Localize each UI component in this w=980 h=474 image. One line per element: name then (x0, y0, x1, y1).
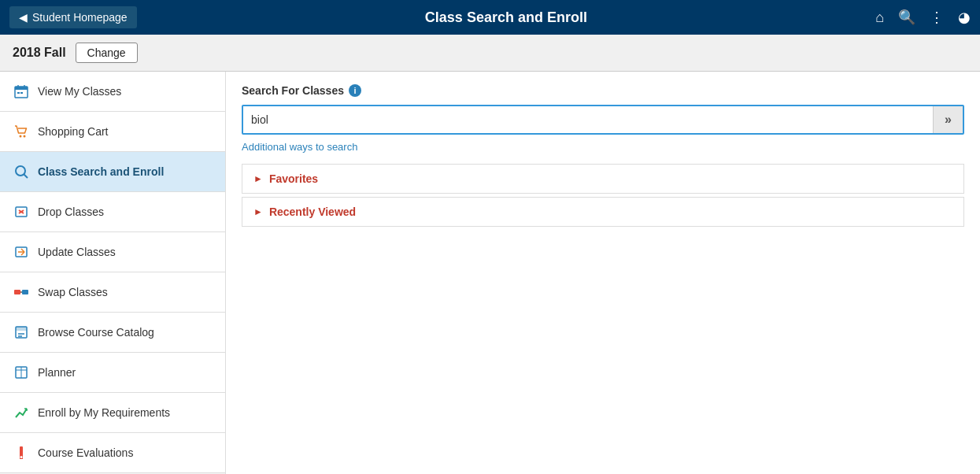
favorites-accordion-header[interactable]: ► Favorites (242, 165, 963, 193)
catalog-icon (13, 324, 30, 341)
top-navigation-bar: ◀ Student Homepage Class Search and Enro… (0, 0, 980, 35)
svg-point-6 (20, 135, 22, 138)
cart-icon (13, 123, 30, 140)
sidebar-item-swap-classes-label: Swap Classes (38, 286, 108, 298)
page-title: Class Search and Enroll (137, 9, 875, 26)
sub-header: 2018 Fall Change (0, 35, 980, 72)
back-label: Student Homepage (32, 11, 128, 24)
sidebar-item-update-classes[interactable]: Update Classes (0, 232, 225, 272)
calendar-icon (13, 83, 30, 100)
favorites-accordion-title: Favorites (269, 172, 318, 185)
sidebar-item-course-evaluations[interactable]: Course Evaluations (0, 433, 225, 473)
back-to-student-homepage-button[interactable]: ◀ Student Homepage (9, 6, 137, 28)
more-options-icon[interactable]: ⋮ (930, 9, 944, 26)
update-icon (13, 243, 30, 261)
search-row: » (242, 105, 964, 135)
sidebar-item-shopping-cart[interactable]: Shopping Cart (0, 112, 225, 152)
recently-viewed-accordion-title: Recently Viewed (269, 206, 356, 218)
search-circle-icon (13, 163, 30, 180)
svg-rect-4 (17, 92, 20, 94)
info-icon[interactable]: i (349, 84, 361, 97)
sidebar-item-browse-course-catalog-label: Browse Course Catalog (38, 326, 154, 339)
search-icon[interactable]: 🔍 (898, 9, 915, 26)
sidebar-item-view-classes-label: View My Classes (38, 85, 121, 98)
top-bar-icon-group: ⌂ 🔍 ⋮ ◕ (875, 9, 971, 26)
sidebar-item-browse-course-catalog[interactable]: Browse Course Catalog (0, 313, 225, 353)
svg-rect-18 (22, 290, 28, 294)
svg-point-31 (20, 456, 23, 458)
back-arrow-icon: ◀ (19, 11, 28, 24)
term-label: 2018 Fall (13, 46, 66, 60)
recently-viewed-arrow-icon: ► (253, 206, 263, 217)
compass-icon[interactable]: ◕ (958, 9, 971, 26)
sidebar: View My Classes Shopping Cart Class Sear… (0, 72, 226, 474)
sidebar-item-drop-classes-label: Drop Classes (38, 206, 104, 218)
swap-icon (13, 283, 30, 301)
sidebar-item-drop-classes[interactable]: Drop Classes (0, 192, 225, 232)
recently-viewed-accordion: ► Recently Viewed (242, 197, 964, 227)
sidebar-item-update-classes-label: Update Classes (38, 246, 116, 258)
search-input[interactable] (243, 107, 933, 132)
content-area: Search For Classes i » Additional ways t… (226, 72, 980, 474)
svg-rect-5 (20, 92, 23, 94)
sidebar-item-class-search-enroll-label: Class Search and Enroll (38, 165, 164, 178)
svg-line-9 (24, 175, 28, 179)
recently-viewed-accordion-header[interactable]: ► Recently Viewed (242, 198, 963, 226)
requirements-icon (13, 404, 30, 421)
sidebar-item-enroll-by-requirements[interactable]: Enroll by My Requirements (0, 393, 225, 433)
main-layout: View My Classes Shopping Cart Class Sear… (0, 72, 980, 474)
sidebar-item-planner-label: Planner (38, 366, 76, 379)
sidebar-item-planner[interactable]: Planner (0, 353, 225, 393)
change-term-button[interactable]: Change (76, 43, 138, 63)
sidebar-item-view-classes[interactable]: View My Classes (0, 72, 225, 112)
home-icon[interactable]: ⌂ (875, 9, 884, 26)
sidebar-item-class-search-enroll[interactable]: Class Search and Enroll (0, 152, 225, 192)
planner-icon (13, 364, 30, 381)
search-section-title: Search For Classes i (242, 84, 964, 97)
svg-rect-1 (15, 87, 28, 90)
svg-point-8 (16, 166, 25, 176)
svg-rect-21 (16, 327, 27, 331)
favorites-arrow-icon: ► (253, 173, 263, 184)
drop-icon (13, 203, 30, 220)
favorites-accordion: ► Favorites (242, 164, 964, 194)
sidebar-item-course-evaluations-label: Course Evaluations (38, 446, 133, 459)
evaluations-icon (13, 444, 30, 461)
search-go-button[interactable]: » (933, 106, 963, 133)
sidebar-item-shopping-cart-label: Shopping Cart (38, 125, 109, 138)
sidebar-item-enroll-by-requirements-label: Enroll by My Requirements (38, 406, 170, 419)
additional-ways-to-search-link[interactable]: Additional ways to search (242, 141, 964, 153)
svg-rect-17 (14, 290, 20, 294)
svg-point-7 (24, 135, 26, 138)
sidebar-item-swap-classes[interactable]: Swap Classes (0, 272, 225, 313)
search-for-classes-label: Search For Classes (242, 84, 344, 97)
